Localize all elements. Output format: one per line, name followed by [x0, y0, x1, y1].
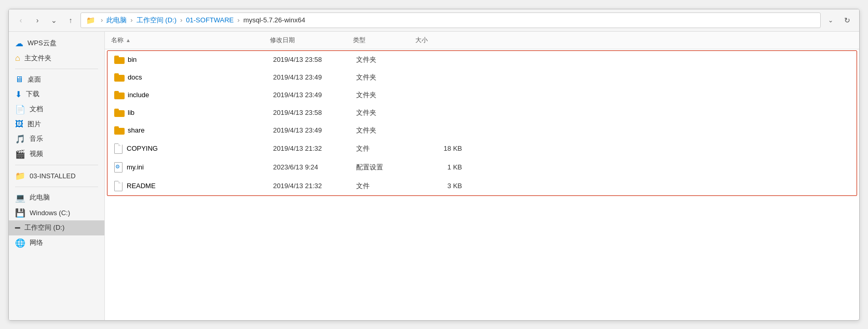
- selected-group: bin 2019/4/13 23:58 文件夹 docs 2019/4/13 2…: [107, 50, 857, 196]
- titlebar: ‹ › ⌄ ↑ 📁 › 此电脑 › 工作空间 (D:) › 01-SOFTWAR…: [9, 9, 859, 32]
- file-size: [414, 58, 466, 62]
- breadcrumb-software[interactable]: 01-SOFTWARE: [186, 16, 234, 24]
- sidebar-label-documents: 文档: [30, 104, 43, 114]
- file-size: 18 KB: [414, 142, 466, 154]
- sidebar-item-work-d[interactable]: ━ 工作空间 (D:): [9, 220, 104, 235]
- sidebar-label-pictures: 图片: [28, 120, 41, 129]
- table-row[interactable]: share 2019/4/13 23:49 文件夹: [107, 122, 857, 139]
- sidebar-item-windows-c[interactable]: 💾 Windows (C:): [9, 205, 104, 220]
- sidebar-label-wps-cloud: WPS云盘: [28, 38, 57, 48]
- installed-folder-icon: 📁: [15, 171, 25, 181]
- file-name: include: [128, 91, 149, 99]
- file-date: 2019/4/13 23:49: [269, 124, 352, 136]
- sidebar-label-music: 音乐: [30, 134, 43, 143]
- table-row[interactable]: README 2019/4/13 21:32 文件 3 KB: [107, 177, 857, 195]
- folder-icon: [114, 109, 125, 117]
- drive-d-icon: ━: [15, 223, 20, 233]
- sidebar-item-pictures[interactable]: 🖼 图片 📌: [9, 117, 104, 131]
- sidebar-item-home[interactable]: ⌂ 主文件夹: [9, 51, 104, 65]
- file-date: 2019/4/13 23:58: [269, 54, 352, 65]
- breadcrumb-d[interactable]: 工作空间 (D:): [137, 16, 177, 25]
- back-button[interactable]: ‹: [14, 14, 28, 27]
- sidebar-label-videos: 视频: [30, 149, 43, 159]
- file-date: 2019/4/13 21:32: [269, 180, 352, 192]
- file-name: COPYING: [127, 144, 158, 152]
- file-type: 文件夹: [352, 88, 414, 102]
- folder-icon: [114, 91, 125, 99]
- sidebar-item-documents[interactable]: 📄 文档 📌: [9, 102, 104, 117]
- drive-c-icon: 💾: [15, 208, 25, 218]
- column-size[interactable]: 大小: [411, 34, 463, 47]
- sidebar-item-downloads[interactable]: ⬇ 下载 📌: [9, 87, 104, 102]
- down-button[interactable]: ⌄: [47, 14, 61, 27]
- file-size: [414, 111, 466, 115]
- sort-arrow-icon: ▲: [126, 37, 131, 43]
- refresh-button[interactable]: ↻: [840, 14, 854, 27]
- file-size: 1 KB: [414, 161, 466, 173]
- file-size: [414, 128, 466, 133]
- column-name[interactable]: 名称 ▲: [105, 34, 266, 47]
- sidebar-item-desktop[interactable]: 🖥 桌面 📌: [9, 72, 104, 87]
- file-date: 2019/4/13 23:58: [269, 107, 352, 119]
- sidebar-divider-1: [15, 69, 98, 69]
- file-type: 文件夹: [352, 71, 414, 84]
- forward-button[interactable]: ›: [31, 14, 44, 27]
- file-name: lib: [128, 109, 134, 116]
- folder-icon: [114, 56, 125, 64]
- file-type: 配置设置: [352, 161, 414, 174]
- sidebar-item-music[interactable]: 🎵 音乐 📌: [9, 131, 104, 147]
- sidebar-item-installed[interactable]: 📁 03-INSTALLED: [9, 168, 104, 183]
- sidebar-label-desktop: 桌面: [28, 75, 41, 84]
- table-row[interactable]: docs 2019/4/13 23:49 文件夹: [107, 69, 857, 86]
- pictures-icon: 🖼: [15, 120, 23, 129]
- file-type: 文件夹: [352, 53, 414, 67]
- file-size: [414, 93, 466, 97]
- up-button[interactable]: ↑: [64, 14, 77, 27]
- sidebar-divider-2: [15, 165, 98, 165]
- column-type[interactable]: 类型: [349, 34, 411, 47]
- desktop-icon: 🖥: [15, 75, 23, 84]
- file-area: 名称 ▲ 修改日期 类型 大小 bin: [105, 32, 859, 320]
- address-dropdown-button[interactable]: ⌄: [824, 14, 837, 27]
- file-type: 文件夹: [352, 106, 414, 120]
- address-folder-icon: 📁: [86, 16, 95, 24]
- sidebar-label-installed: 03-INSTALLED: [30, 172, 76, 180]
- table-row[interactable]: include 2019/4/13 23:49 文件夹: [107, 86, 857, 104]
- table-row[interactable]: lib 2019/4/13 23:58 文件夹: [107, 104, 857, 122]
- sidebar: ☁ WPS云盘 ⌂ 主文件夹 🖥 桌面 📌 ⬇ 下载 📌: [9, 32, 105, 320]
- file-icon: [114, 181, 124, 191]
- table-row[interactable]: bin 2019/4/13 23:58 文件夹: [107, 51, 857, 69]
- sidebar-item-network[interactable]: 🌐 网络: [9, 235, 104, 251]
- file-date: 2019/4/13 23:49: [269, 71, 352, 83]
- column-date[interactable]: 修改日期: [266, 34, 349, 47]
- file-name: bin: [128, 56, 137, 63]
- file-name: docs: [128, 73, 142, 81]
- file-date: 2019/4/13 23:49: [269, 89, 352, 101]
- file-size: 3 KB: [414, 180, 466, 192]
- config-icon: ⚙: [114, 162, 124, 173]
- sidebar-label-home: 主文件夹: [24, 54, 51, 63]
- sidebar-item-wps-cloud[interactable]: ☁ WPS云盘: [9, 36, 104, 51]
- main-area: ☁ WPS云盘 ⌂ 主文件夹 🖥 桌面 📌 ⬇ 下载 📌: [9, 32, 859, 320]
- file-name: README: [127, 182, 156, 190]
- file-type: 文件夹: [352, 124, 414, 137]
- music-icon: 🎵: [15, 134, 25, 144]
- breadcrumb-current: mysql-5.7.26-winx64: [243, 16, 305, 24]
- table-row[interactable]: COPYING 2019/4/13 21:32 文件 18 KB: [107, 139, 857, 158]
- sidebar-label-work-d: 工作空间 (D:): [24, 223, 64, 232]
- network-icon: 🌐: [15, 238, 25, 248]
- breadcrumb-pc[interactable]: 此电脑: [106, 16, 127, 25]
- table-row[interactable]: ⚙ my.ini 2023/6/13 9:24 配置设置 1 KB: [107, 158, 857, 177]
- file-icon: [114, 143, 124, 154]
- sidebar-item-videos[interactable]: 🎬 视频 📌: [9, 147, 104, 162]
- pc-icon: 💻: [15, 193, 25, 203]
- videos-icon: 🎬: [15, 149, 25, 159]
- home-icon: ⌂: [15, 54, 20, 63]
- folder-icon: [114, 73, 125, 82]
- file-date: 2019/4/13 21:32: [269, 142, 352, 154]
- cloud-icon: ☁: [15, 38, 23, 48]
- sidebar-item-this-pc[interactable]: 💻 此电脑: [9, 190, 104, 205]
- file-size: [414, 75, 466, 80]
- file-explorer-window: ‹ › ⌄ ↑ 📁 › 此电脑 › 工作空间 (D:) › 01-SOFTWAR…: [8, 9, 860, 321]
- file-date: 2023/6/13 9:24: [269, 161, 352, 173]
